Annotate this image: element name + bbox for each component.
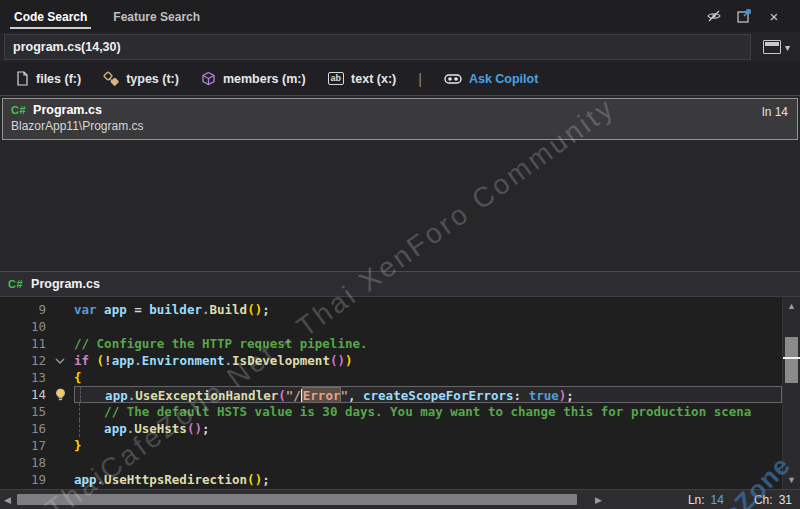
tab-strip: Code Search Feature Search × [0, 0, 800, 32]
line-number: 16 [0, 420, 46, 437]
line-number: 10 [0, 318, 46, 335]
search-row: program.cs(14,30) ▾ [0, 32, 800, 62]
gutter-slot [46, 454, 74, 471]
scroll-down-icon[interactable]: ▼ [783, 475, 800, 485]
preview-title: Program.cs [31, 277, 100, 291]
fold-chevron-icon [55, 357, 65, 365]
code-text: { [74, 369, 782, 386]
result-line-number: ln 14 [762, 105, 788, 119]
line-number: 18 [0, 454, 46, 471]
caret-position-status: Ln: 14 Ch: 31 [688, 493, 792, 507]
chevron-down-icon: ▾ [785, 42, 790, 53]
gutter-slot [46, 301, 74, 318]
code-text: app.UseHttpsRedirection(); [74, 471, 782, 488]
results-list: C# Program.cs BlazorApp11\Program.cs ln … [0, 95, 800, 272]
line-number: 13 [0, 369, 46, 386]
filter-members[interactable]: members (m:) [201, 71, 306, 86]
scroll-right-icon[interactable]: ▶ [591, 495, 606, 505]
code-line-13[interactable]: 13{ [0, 369, 782, 386]
search-input[interactable]: program.cs(14,30) [4, 34, 751, 60]
horizontal-scrollbar[interactable] [15, 494, 591, 505]
code-line-19[interactable]: 19app.UseHttpsRedirection(); [0, 471, 782, 488]
line-number: 14 [0, 386, 46, 403]
code-line-18[interactable]: 18 [0, 454, 782, 471]
code-line-9[interactable]: 9var app = builder.Build(); [0, 301, 782, 318]
gutter-slot [46, 471, 74, 488]
result-file-path: BlazorApp11\Program.cs [11, 119, 789, 133]
code-text: var app = builder.Build(); [74, 301, 782, 318]
gutter-slot [46, 420, 74, 437]
popout-window-icon[interactable] [736, 8, 752, 24]
scroll-left-icon[interactable]: ◀ [0, 495, 15, 505]
code-text: app.UseExceptionHandler("/Error", create… [74, 386, 782, 403]
filter-files[interactable]: files (f:) [16, 71, 81, 86]
caret-position-marker [783, 357, 800, 359]
filter-separator: | [418, 71, 422, 87]
line-number: 15 [0, 403, 46, 420]
hide-preview-eye-slash-icon[interactable] [706, 8, 722, 24]
result-item-program-cs[interactable]: C# Program.cs BlazorApp11\Program.cs ln … [2, 98, 798, 140]
line-number: 17 [0, 437, 46, 454]
code-lines: 9var app = builder.Build();1011// Config… [0, 297, 782, 489]
code-text: } [74, 437, 782, 454]
text-ab-icon: ab [328, 72, 345, 85]
line-value: 14 [711, 493, 724, 507]
code-text: // Configure the HTTP request pipeline. [74, 335, 782, 352]
line-label: Ln: [688, 493, 705, 507]
gutter-slot [46, 437, 74, 454]
filter-row: files (f:) types (t:) members (m:) ab te… [0, 62, 800, 95]
lightbulb-icon [55, 388, 66, 402]
code-line-10[interactable]: 10 [0, 318, 782, 335]
members-cube-icon [201, 71, 216, 86]
column-value: 31 [779, 493, 792, 507]
code-search-window: Code Search Feature Search × program.cs(… [0, 0, 800, 509]
csharp-file-icon: C# [11, 104, 26, 116]
tab-feature-search[interactable]: Feature Search [107, 2, 206, 30]
code-line-15[interactable]: 15 // The default HSTS value is 30 days.… [0, 403, 782, 420]
ask-copilot-button[interactable]: Ask Copilot [444, 72, 538, 86]
csharp-file-icon: C# [8, 278, 23, 290]
gutter-slot [46, 335, 74, 352]
gutter-slot [46, 318, 74, 335]
code-text [74, 318, 782, 335]
line-number: 11 [0, 335, 46, 352]
quick-actions-slot[interactable] [46, 386, 74, 403]
close-icon[interactable]: × [766, 8, 782, 24]
code-text: if (!app.Environment.IsDevelopment()) [74, 352, 782, 369]
column-label: Ch: [754, 493, 773, 507]
line-number: 9 [0, 301, 46, 318]
tab-code-search[interactable]: Code Search [8, 2, 93, 30]
fold-slot[interactable] [46, 352, 74, 369]
filter-text[interactable]: ab text (x:) [328, 72, 397, 86]
code-text [74, 454, 782, 471]
code-line-14[interactable]: 14 app.UseExceptionHandler("/Error", cre… [0, 386, 782, 403]
scroll-up-icon[interactable]: ▲ [783, 301, 800, 311]
window-controls: × [706, 8, 792, 24]
line-number: 19 [0, 471, 46, 488]
filter-types[interactable]: types (t:) [103, 71, 179, 86]
horizontal-scrollbar-thumb[interactable] [17, 494, 577, 505]
code-text: app.UseHsts(); [74, 420, 782, 437]
code-line-17[interactable]: 17} [0, 437, 782, 454]
code-line-12[interactable]: 12if (!app.Environment.IsDevelopment()) [0, 352, 782, 369]
vertical-scrollbar-thumb[interactable] [785, 337, 798, 383]
gutter-slot [46, 403, 74, 420]
line-number: 12 [0, 352, 46, 369]
panel-layout-icon [763, 40, 781, 54]
preview-header: C# Program.cs [0, 272, 800, 297]
file-icon [16, 71, 29, 86]
code-line-11[interactable]: 11// Configure the HTTP request pipeline… [0, 335, 782, 352]
code-line-16[interactable]: 16 app.UseHsts(); [0, 420, 782, 437]
vertical-scrollbar[interactable]: ▲ ▼ [782, 297, 800, 489]
results-layout-button[interactable]: ▾ [759, 38, 794, 56]
code-text: // The default HSTS value is 30 days. Yo… [74, 403, 782, 420]
types-icon [103, 71, 119, 86]
copilot-icon [444, 72, 462, 86]
status-bar: ◀ ▶ Ln: 14 Ch: 31 [0, 489, 800, 509]
code-editor: 9var app = builder.Build();1011// Config… [0, 297, 800, 489]
gutter-slot [46, 369, 74, 386]
result-file-name: Program.cs [33, 103, 102, 117]
